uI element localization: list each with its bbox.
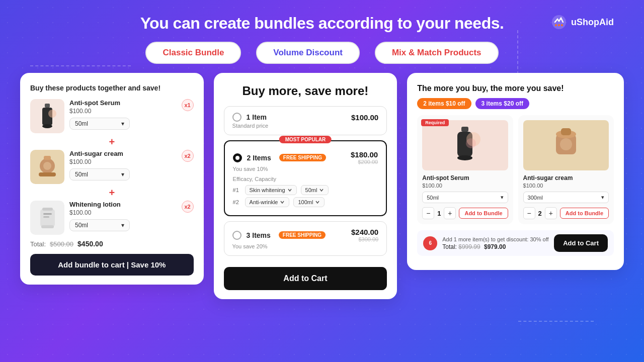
svg-rect-24: [561, 128, 571, 135]
volume-option-3items[interactable]: 3 Items FREE SHIPPING $240.00 $300.00 Yo…: [224, 221, 387, 256]
discount-info-content: Add 1 more item(s) to get discount: 30% …: [442, 236, 548, 250]
chevron-down-icon-3: ▾: [121, 222, 124, 229]
efficacy-label: Efficacy, Capacity: [233, 176, 378, 182]
add-to-cart-button-volume[interactable]: Add to Cart: [224, 267, 387, 290]
mix-product-2: Anti-sugar cream $100.00 300ml ▾ − 2 + A…: [518, 115, 614, 224]
option-savings-1item: Standard price: [232, 123, 379, 129]
free-ship-badge-3items: FREE SHIPPING: [279, 231, 326, 239]
volume-option-2items[interactable]: MOST POPULAR 2 Items FREE SHIPPING $180.…: [224, 140, 387, 216]
qty-controls-1: − 1 + Add to Bundle: [422, 207, 508, 219]
mix-product-price-2: $100.00: [523, 183, 609, 189]
svg-rect-4: [45, 104, 50, 108]
qty-increase-1[interactable]: +: [444, 207, 456, 219]
volume-option-3items-left: 3 Items FREE SHIPPING: [232, 231, 326, 240]
volume-option-1item[interactable]: 1 Item $100.00 Standard price: [224, 106, 387, 135]
chevron-down-icon-v1s: [319, 188, 324, 193]
add-bundle-button[interactable]: Add bundle to cart | Save 10%: [30, 254, 194, 276]
product-info-3: Whitening lotion $100.00 50ml ▾: [69, 201, 194, 231]
svg-rect-15: [43, 213, 52, 215]
product-row-3: Whitening lotion $100.00 50ml ▾ x2: [30, 201, 194, 235]
mix-select-2[interactable]: 300ml ▾: [523, 192, 609, 203]
product-name-2: Anti-sugar cream: [69, 150, 194, 157]
add-bundle-btn-1[interactable]: Add to Bundle: [459, 208, 508, 219]
variant-chip-type-1[interactable]: Skin whitening: [245, 185, 297, 195]
add-bundle-btn-2[interactable]: Add to Bundle: [560, 208, 609, 219]
qty-value-1: 1: [437, 210, 441, 217]
logo: uShopAid: [551, 14, 614, 30]
total-row: Total: $500.00 $450.00: [30, 240, 194, 248]
variant-value-1: 50ml: [75, 120, 88, 127]
svg-point-7: [48, 110, 56, 118]
svg-point-3: [561, 24, 563, 26]
variant-chip-size-2[interactable]: 100ml: [293, 197, 325, 207]
mix-select-1[interactable]: 50ml ▾: [422, 192, 508, 203]
plus-divider-2: +: [30, 187, 194, 199]
variant-select-3[interactable]: 50ml ▾: [69, 219, 130, 231]
variant-num-1: #1: [233, 187, 241, 193]
chevron-down-icon-v1: [287, 188, 292, 193]
volume-option-1item-header: 1 Item $100.00: [232, 113, 379, 122]
qty-increase-2[interactable]: +: [545, 207, 557, 219]
product-name-3: Whitening lotion: [69, 201, 194, 208]
mix-product-name-2: Anti-sugar cream: [523, 174, 609, 182]
svg-point-11: [43, 162, 51, 170]
variant-num-2: #2: [233, 199, 241, 205]
mix-variant-2: 300ml: [528, 195, 543, 201]
classic-bundle-card: Buy these products together and save! An…: [20, 73, 204, 285]
tab-volume[interactable]: Volume Discount: [256, 42, 360, 64]
variant-select-2[interactable]: 50ml ▾: [69, 168, 130, 180]
svg-point-2: [558, 24, 560, 26]
discount-info-text: Add 1 more item(s) to get discount: 30% …: [442, 236, 548, 243]
mix-variant-1: 50ml: [427, 195, 439, 201]
qty-decrease-2[interactable]: −: [523, 207, 535, 219]
mix-product-price-1: $100.00: [422, 183, 508, 189]
qty-badge-2: x2: [182, 150, 194, 162]
mix-product-name-1: Anti-spot Serum: [422, 174, 508, 182]
page-title: You can create bundles according to your…: [0, 14, 644, 33]
product-price-1: $100.00: [69, 108, 194, 115]
option-old-price-3items: $300.00: [351, 236, 378, 242]
mix-match-card: The more you buy, the more you save! 2 i…: [407, 73, 624, 270]
chevron-down-icon: ▾: [121, 120, 124, 127]
qty-badge-3: x2: [182, 201, 194, 213]
tab-mix[interactable]: Mix & Match Products: [375, 42, 499, 64]
volume-title: Buy more, save more!: [224, 84, 387, 98]
discount-icon-num: 6: [429, 240, 432, 246]
most-popular-badge: MOST POPULAR: [279, 136, 332, 143]
variant-chip-size-1[interactable]: 50ml: [301, 185, 329, 195]
option-price-1item: $100.00: [351, 113, 378, 122]
product-img-1: [30, 99, 64, 133]
volume-option-1item-left: 1 Item: [232, 113, 267, 122]
mix-product-img-2: [523, 120, 609, 170]
svg-rect-12: [40, 209, 55, 227]
svg-point-6: [42, 124, 52, 128]
volume-option-2items-left: 2 Items FREE SHIPPING: [233, 153, 327, 162]
discount-badges: 2 items $10 off 3 items $20 off: [417, 98, 614, 109]
product-name-1: Anti-spot Serum: [69, 99, 194, 107]
total-label-mix: Total:: [442, 243, 458, 250]
add-to-cart-button-mix[interactable]: Add to Cart: [554, 234, 608, 252]
variant-type-2: Anti-wrinkle: [250, 199, 278, 205]
variant-value-3: 50ml: [75, 222, 88, 229]
variant-value-2: 50ml: [75, 171, 88, 178]
product-info-2: Anti-sugar cream $100.00 50ml ▾: [69, 150, 194, 180]
tabs-row: Classic Bundle Volume Discount Mix & Mat…: [0, 42, 644, 64]
discount-icon: 6: [423, 236, 437, 250]
chevron-down-icon-m2: ▾: [601, 194, 604, 201]
chevron-down-icon-v2s: [315, 200, 320, 205]
logo-text: uShopAid: [571, 17, 614, 28]
discount-info-total: Total: $999.99 $979.00: [442, 243, 548, 250]
variant-select-1[interactable]: 50ml ▾: [69, 118, 130, 130]
qty-decrease-1[interactable]: −: [422, 207, 434, 219]
mix-product-1: Required Anti-spot Serum $100.00 50ml ▾: [417, 115, 513, 224]
product-row-2: Anti-sugar cream $100.00 50ml ▾ x2: [30, 150, 194, 184]
tab-classic[interactable]: Classic Bundle: [145, 42, 241, 64]
variant-row-1: #1 Skin whitening 50ml: [233, 185, 378, 195]
product-price-3: $100.00: [69, 209, 194, 216]
product-price-2: $100.00: [69, 158, 194, 165]
product-img-2: [30, 150, 64, 184]
total-old-price: $500.00: [50, 240, 73, 248]
variant-chip-type-2[interactable]: Anti-wrinkle: [245, 197, 290, 207]
radio-2items: [233, 153, 242, 162]
option-label-1item: 1 Item: [247, 113, 267, 121]
